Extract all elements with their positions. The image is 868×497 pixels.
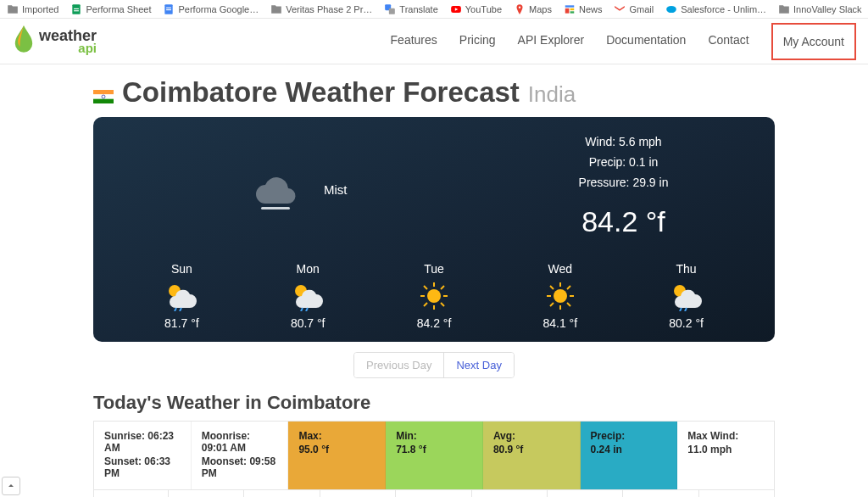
- chevron-up-icon: [6, 481, 16, 491]
- youtube-icon: [450, 3, 462, 15]
- hour-7: Sat 258:00 pm: [699, 490, 774, 497]
- stat-precip: Precip: 0.24 in: [581, 422, 678, 489]
- svg-rect-7: [389, 8, 395, 14]
- bookmark-youtube[interactable]: YouTube: [450, 3, 502, 15]
- svg-rect-2: [75, 10, 80, 11]
- moon-times: Moonrise: 09:01 AM Moonset: 09:58 PM: [192, 422, 289, 489]
- svg-line-39: [567, 286, 570, 289]
- folder-icon: [270, 3, 282, 15]
- nav-contact[interactable]: Contact: [708, 33, 748, 50]
- scroll-top-button[interactable]: [2, 477, 20, 495]
- svg-point-15: [666, 5, 676, 12]
- hour-2: Sat 256:00 am: [320, 490, 396, 497]
- stat-maxwind: Max Wind: 11.0 mph: [677, 422, 774, 489]
- rain-sun-icon: [291, 281, 325, 311]
- folder-icon: [778, 3, 790, 15]
- sunny-icon: [417, 281, 451, 311]
- current-condition: Mist: [324, 182, 348, 197]
- bookmark-salesforce[interactable]: Salesforce - Unlim…: [665, 3, 766, 15]
- stat-min: Min: 71.8 °f: [386, 422, 483, 489]
- sheets-icon: [70, 3, 82, 15]
- today-heading: Today's Weather in Coimbatore: [93, 392, 775, 414]
- news-icon: [564, 3, 576, 15]
- svg-rect-13: [570, 11, 575, 13]
- hour-1: Sat 253:00 am: [244, 490, 320, 497]
- svg-line-29: [441, 303, 444, 306]
- rain-sun-icon: [164, 281, 198, 311]
- main-nav: Features Pricing API Explorer Documentat…: [391, 33, 856, 50]
- forecast-day-mon: Mon 80.7 °f: [291, 262, 326, 330]
- svg-rect-10: [565, 5, 575, 7]
- bookmark-veritas[interactable]: Veritas Phase 2 Pr…: [270, 3, 372, 15]
- bookmark-maps[interactable]: Maps: [514, 3, 552, 15]
- current-precip: Precip: 0.1 in: [498, 153, 749, 173]
- nav-documentation[interactable]: Documentation: [606, 33, 686, 50]
- bookmark-innovalley[interactable]: InnoValley Slack: [778, 3, 862, 15]
- svg-rect-12: [570, 8, 575, 9]
- logo-drop-icon: [12, 25, 36, 57]
- flag-india-icon: [93, 90, 114, 103]
- page-title-row: Coimbatore Weather Forecast India: [93, 76, 775, 109]
- hour-0: Sat 250:00 am: [169, 490, 244, 497]
- current-pressure: Pressure: 29.9 in: [498, 173, 749, 193]
- svg-rect-20: [261, 207, 290, 209]
- svg-point-32: [554, 289, 567, 303]
- translate-icon: [384, 3, 396, 15]
- stat-max: Max: 95.0 °f: [288, 422, 386, 489]
- mist-icon: [246, 163, 305, 216]
- gmail-icon: [614, 3, 626, 15]
- forecast-day-wed: Wed 84.1 °f: [542, 262, 577, 330]
- forecast-day-tue: Tue 84.2 °f: [417, 262, 452, 330]
- salesforce-icon: [665, 3, 677, 15]
- info-row: Sunrise: 06:23 AM Sunset: 06:33 PM Moonr…: [93, 421, 775, 490]
- svg-line-28: [424, 286, 427, 289]
- day-pager: Previous Day Next Day: [93, 352, 775, 378]
- next-day-button[interactable]: Next Day: [443, 353, 513, 377]
- logo[interactable]: weather api: [12, 25, 97, 57]
- page-content: Coimbatore Weather Forecast India Mist W…: [0, 64, 868, 497]
- bookmark-gmail[interactable]: Gmail: [614, 3, 654, 15]
- bookmark-translate[interactable]: Translate: [384, 3, 437, 15]
- docs-icon: [163, 3, 175, 15]
- forecast-row: Sun 81.7 °f Mon 80.7 °f Tue 84.2 °f Wed …: [119, 262, 749, 330]
- sunny-icon: [543, 281, 577, 311]
- rain-sun-icon: [670, 281, 704, 311]
- svg-line-40: [550, 303, 554, 306]
- forecast-day-thu: Thu 80.2 °f: [669, 262, 704, 330]
- site-header: weather api Features Pricing API Explore…: [0, 19, 868, 64]
- bookmark-performa-google[interactable]: Performa Google…: [163, 3, 259, 15]
- svg-rect-11: [565, 8, 570, 13]
- folder-icon: [7, 3, 19, 15]
- bookmark-performa-sheet[interactable]: Performa Sheet: [70, 3, 151, 15]
- current-wind: Wind: 5.6 mph: [498, 132, 749, 153]
- svg-line-38: [567, 303, 570, 306]
- current-temp: 84.2 °f: [498, 198, 749, 247]
- svg-point-9: [519, 6, 520, 8]
- stat-avg: Avg: 80.9 °f: [483, 422, 581, 489]
- maps-icon: [514, 3, 526, 15]
- hour-4: Sat 2512:00 pm: [472, 490, 548, 497]
- country-name: India: [528, 81, 576, 108]
- svg-line-30: [441, 286, 444, 289]
- svg-rect-4: [167, 7, 172, 8]
- svg-rect-5: [167, 9, 172, 10]
- bookmark-imported[interactable]: Imported: [7, 3, 58, 15]
- prev-day-button[interactable]: Previous Day: [354, 353, 443, 377]
- nav-my-account[interactable]: My Account: [771, 23, 856, 60]
- forecast-day-sun: Sun 81.7 °f: [164, 262, 199, 330]
- svg-point-23: [427, 289, 441, 303]
- bookmark-news[interactable]: News: [564, 3, 603, 15]
- nav-pricing[interactable]: Pricing: [459, 33, 496, 50]
- hour-5: Sat 253:00 pm: [548, 490, 623, 497]
- svg-line-31: [424, 303, 427, 306]
- hour-6: Sat 256:00 pm: [623, 490, 698, 497]
- nav-features[interactable]: Features: [391, 33, 437, 50]
- sun-times: Sunrise: 06:23 AM Sunset: 06:33 PM: [94, 422, 192, 489]
- svg-rect-1: [75, 8, 80, 8]
- nav-api-explorer[interactable]: API Explorer: [518, 33, 585, 50]
- current-weather-panel: Mist Wind: 5.6 mph Precip: 0.1 in Pressu…: [93, 117, 775, 342]
- hour-3: Sat 259:00 am: [396, 490, 471, 497]
- svg-line-37: [550, 286, 554, 289]
- page-title: Coimbatore Weather Forecast: [122, 76, 520, 109]
- hourly-header: Sat 250:00 am Sat 253:00 am Sat 256:00 a…: [93, 490, 775, 497]
